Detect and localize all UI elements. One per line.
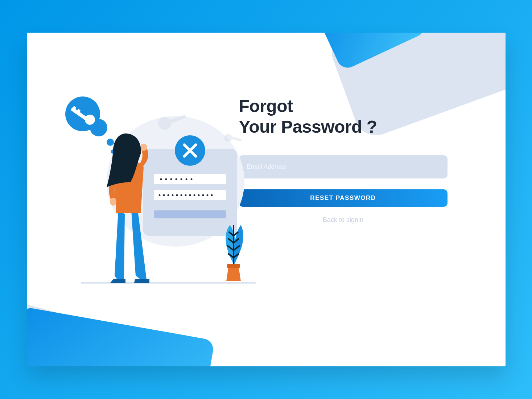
svg-point-11 — [180, 178, 182, 180]
svg-point-24 — [198, 194, 199, 196]
key-icon — [224, 134, 242, 142]
svg-rect-6 — [154, 174, 226, 184]
svg-point-27 — [211, 194, 213, 196]
svg-point-1 — [158, 117, 171, 130]
svg-point-7 — [160, 178, 162, 180]
svg-point-8 — [165, 178, 167, 180]
svg-point-16 — [163, 194, 165, 196]
reset-password-card: Forgot Your Password ? RESET PASSWORD Ba… — [27, 33, 506, 366]
svg-point-9 — [170, 178, 172, 180]
back-to-signin-link[interactable]: Back to signin — [239, 216, 448, 224]
svg-point-26 — [206, 194, 208, 196]
reset-password-button[interactable]: RESET PASSWORD — [239, 189, 448, 207]
svg-rect-37 — [227, 264, 240, 268]
illustration-panel — [27, 33, 235, 366]
svg-point-23 — [193, 194, 195, 196]
svg-point-20 — [180, 194, 182, 196]
svg-point-18 — [172, 194, 173, 196]
svg-point-13 — [190, 178, 192, 180]
svg-point-19 — [176, 194, 178, 196]
svg-point-10 — [175, 178, 177, 180]
svg-point-21 — [185, 194, 186, 196]
svg-rect-4 — [229, 136, 242, 142]
form-panel: Forgot Your Password ? RESET PASSWORD Ba… — [235, 33, 506, 366]
forgot-password-illustration — [59, 65, 263, 297]
svg-rect-28 — [154, 210, 226, 218]
svg-point-12 — [185, 178, 187, 180]
svg-point-15 — [158, 194, 160, 196]
email-field[interactable] — [239, 155, 448, 178]
svg-point-22 — [189, 194, 191, 196]
page-title: Forgot Your Password ? — [239, 96, 448, 137]
svg-point-46 — [110, 198, 116, 206]
svg-point-30 — [107, 139, 114, 146]
svg-point-47 — [140, 144, 147, 151]
svg-point-25 — [202, 194, 204, 196]
svg-point-17 — [167, 194, 169, 196]
